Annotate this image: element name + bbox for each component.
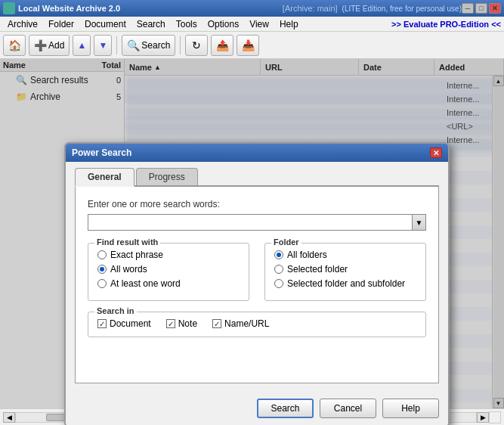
- export-button[interactable]: 📤: [211, 35, 233, 56]
- radio-all-words[interactable]: All words: [97, 264, 240, 275]
- dialog-cancel-button[interactable]: Cancel: [320, 399, 376, 418]
- radio-all-folders[interactable]: All folders: [274, 250, 416, 260]
- find-result-group: Find result with Exact phrase All words …: [88, 243, 249, 301]
- menu-bar: Archive Folder Document Search Tools Opt…: [0, 17, 504, 32]
- tab-progress[interactable]: Progress: [136, 168, 198, 185]
- dialog-title: Power Search: [72, 147, 430, 158]
- menu-help[interactable]: Help: [275, 17, 303, 31]
- folder-group: Folder All folders Selected folder Selec…: [264, 243, 426, 301]
- main-area: Name Total 🔍 Search results 0 📁 Archive …: [0, 59, 504, 408]
- folder-group-title: Folder: [271, 237, 301, 247]
- radio-selected-subfolder[interactable]: Selected folder and subfolder: [274, 278, 416, 289]
- edition-label: (LITE Edition, free for personal use): [342, 5, 462, 13]
- find-result-title: Find result with: [94, 237, 160, 247]
- radio-selected-subfolder-label: Selected folder and subfolder: [287, 278, 405, 289]
- dialog-body: General Progress Enter one or more searc…: [66, 162, 448, 392]
- add-button[interactable]: ➕ Add: [29, 35, 70, 56]
- radio-at-least-one[interactable]: At least one word: [97, 278, 240, 289]
- radio-all-words-label: All words: [110, 264, 147, 275]
- scroll-right-button[interactable]: ▶: [477, 412, 489, 423]
- checkbox-nameurl-item[interactable]: Name/URL: [212, 318, 269, 329]
- radio-exact-phrase-label: Exact phrase: [110, 250, 163, 260]
- radio-selected-folder-label: Selected folder: [287, 264, 348, 275]
- nav-down-button[interactable]: ▼: [94, 35, 112, 56]
- checkbox-note-label: Note: [178, 318, 197, 329]
- dialog-title-bar: Power Search ✕: [66, 144, 448, 162]
- toolbar-icon-btn-1[interactable]: 🏠: [3, 35, 26, 56]
- toolbar-separator: [116, 36, 117, 54]
- search-icon: 🔍: [127, 39, 139, 51]
- scroll-corner: [489, 411, 501, 423]
- checkbox-note[interactable]: [166, 319, 175, 328]
- radio-selected-folder[interactable]: Selected folder: [274, 264, 416, 275]
- title-bar: Local Website Archive 2.0 [Archive: main…: [0, 0, 504, 17]
- import-button[interactable]: 📥: [237, 35, 259, 56]
- scroll-left-button[interactable]: ◀: [3, 412, 15, 423]
- tab-strip: General Progress: [75, 168, 439, 187]
- toolbar-separator-2: [180, 36, 181, 54]
- import-icon: 📥: [242, 39, 254, 51]
- refresh-icon: ↻: [190, 39, 203, 51]
- radio-selected-subfolder-btn[interactable]: [274, 279, 283, 288]
- tab-general-content: Enter one or more search words: ▼ Find r…: [75, 187, 439, 383]
- minimize-button[interactable]: ─: [462, 3, 474, 14]
- menu-document[interactable]: Document: [80, 17, 131, 31]
- menu-archive[interactable]: Archive: [3, 17, 42, 31]
- search-words-label: Enter one or more search words:: [88, 199, 426, 209]
- export-icon: 📤: [216, 39, 228, 51]
- add-icon: ➕: [34, 39, 46, 51]
- checkbox-note-item[interactable]: Note: [166, 318, 197, 329]
- search-words-input[interactable]: [88, 214, 413, 231]
- app-icon: [3, 2, 15, 14]
- radio-all-folders-btn[interactable]: [274, 250, 283, 259]
- search-in-section: Search in Document Note Name/URL: [88, 312, 426, 337]
- dialog-footer: Search Cancel Help: [66, 392, 448, 425]
- tab-general[interactable]: General: [75, 168, 135, 187]
- search-toolbar-button[interactable]: 🔍 Search: [122, 35, 175, 56]
- archive-label: [Archive: main]: [283, 4, 338, 13]
- checkbox-nameurl-label: Name/URL: [224, 318, 269, 329]
- dialog-close-button[interactable]: ✕: [430, 147, 442, 158]
- promo-link[interactable]: >> Evaluate PRO-Edition <<: [391, 20, 501, 29]
- checkbox-row: Document Note Name/URL: [97, 318, 416, 329]
- menu-tools[interactable]: Tools: [172, 17, 202, 31]
- radio-selected-folder-btn[interactable]: [274, 265, 283, 274]
- app-title: Local Website Archive 2.0: [18, 4, 278, 13]
- menu-search[interactable]: Search: [132, 17, 170, 31]
- search-in-title: Search in: [94, 306, 137, 315]
- menu-options[interactable]: Options: [203, 17, 243, 31]
- options-row: Find result with Exact phrase All words …: [88, 243, 426, 301]
- menu-folder[interactable]: Folder: [44, 17, 79, 31]
- radio-at-least-one-label: At least one word: [110, 278, 181, 289]
- radio-exact-phrase-btn[interactable]: [97, 250, 107, 259]
- maximize-button[interactable]: □: [475, 3, 487, 14]
- close-button[interactable]: ✕: [489, 3, 501, 14]
- radio-all-folders-label: All folders: [287, 250, 327, 260]
- checkbox-document-item[interactable]: Document: [97, 318, 151, 329]
- power-search-dialog: Power Search ✕ General Progress Enter on…: [64, 142, 450, 425]
- radio-all-words-btn[interactable]: [97, 265, 107, 274]
- dialog-search-button[interactable]: Search: [257, 399, 314, 418]
- search-dropdown-arrow[interactable]: ▼: [413, 214, 426, 231]
- search-toolbar-label: Search: [141, 40, 170, 51]
- home-icon: 🏠: [8, 39, 20, 51]
- checkbox-nameurl[interactable]: [212, 319, 221, 328]
- radio-at-least-one-btn[interactable]: [97, 279, 107, 288]
- search-input-row: ▼: [88, 214, 426, 231]
- add-label: Add: [48, 40, 64, 51]
- menu-view[interactable]: View: [245, 17, 274, 31]
- nav-up-button[interactable]: ▲: [73, 35, 91, 56]
- checkbox-document-label: Document: [110, 318, 151, 329]
- dialog-help-button[interactable]: Help: [382, 399, 439, 418]
- radio-exact-phrase[interactable]: Exact phrase: [97, 250, 240, 260]
- checkbox-document[interactable]: [97, 319, 107, 328]
- toolbar: 🏠 ➕ Add ▲ ▼ 🔍 Search ↻ 📤 📥: [0, 32, 504, 59]
- window-controls: ─ □ ✕: [462, 3, 501, 14]
- refresh-button[interactable]: ↻: [185, 35, 208, 56]
